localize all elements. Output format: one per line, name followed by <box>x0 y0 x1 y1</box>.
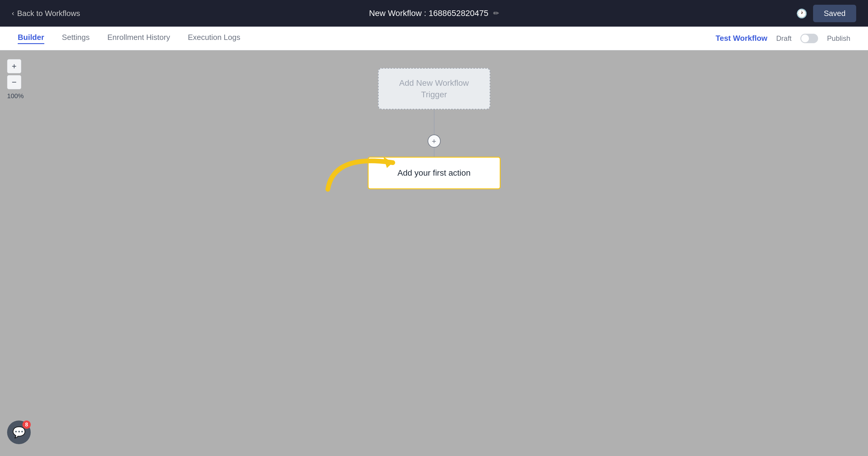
clock-icon[interactable]: 🕐 <box>796 8 807 19</box>
draft-label: Draft <box>776 34 792 42</box>
header-center: New Workflow : 1688652820475 ✏ <box>369 8 499 18</box>
workflow-title: New Workflow : 1688652820475 <box>369 8 488 18</box>
trigger-node[interactable]: Add New WorkflowTrigger <box>378 68 490 109</box>
connector-line-top <box>434 109 434 136</box>
workflow-canvas: + − 100% Add New WorkflowTrigger + Add y… <box>0 50 868 456</box>
test-workflow-button[interactable]: Test Workflow <box>716 34 767 43</box>
trigger-node-text: Add New WorkflowTrigger <box>399 77 469 100</box>
plus-icon: + <box>432 137 436 146</box>
header: ‹ Back to Workflows New Workflow : 16886… <box>0 0 868 27</box>
nav-tabs: Builder Settings Enrollment History Exec… <box>18 33 240 44</box>
back-label: Back to Workflows <box>17 9 80 18</box>
chat-badge: 8 <box>23 421 31 429</box>
tab-settings[interactable]: Settings <box>62 33 90 44</box>
tab-execution-logs[interactable]: Execution Logs <box>188 33 240 44</box>
tab-enrollment-history[interactable]: Enrollment History <box>107 33 170 44</box>
workflow-nodes: Add New WorkflowTrigger + Add your first… <box>0 50 868 456</box>
tab-builder[interactable]: Builder <box>18 33 44 44</box>
chat-widget[interactable]: 💬 8 <box>7 421 31 444</box>
chat-icon: 💬 <box>12 426 26 438</box>
nav-bar: Builder Settings Enrollment History Exec… <box>0 27 868 50</box>
back-to-workflows-button[interactable]: ‹ Back to Workflows <box>12 9 80 18</box>
header-right: 🕐 Saved <box>796 5 856 22</box>
saved-button[interactable]: Saved <box>813 5 856 22</box>
arrow-annotation <box>310 136 422 195</box>
publish-label: Publish <box>827 34 850 42</box>
back-chevron-icon: ‹ <box>12 9 14 18</box>
nav-right: Test Workflow Draft Publish <box>716 34 850 43</box>
edit-icon[interactable]: ✏ <box>493 9 499 18</box>
add-step-button[interactable]: + <box>428 135 441 148</box>
draft-publish-toggle[interactable] <box>800 34 818 43</box>
